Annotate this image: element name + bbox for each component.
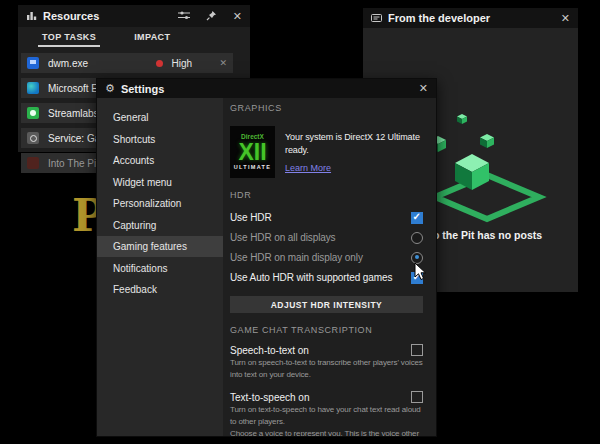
settings-title: Settings (121, 83, 164, 95)
hdr-section-label: HDR (230, 190, 423, 200)
settings-titlebar: ⚙ Settings ✕ (97, 79, 436, 98)
learn-more-link[interactable]: Learn More (285, 163, 331, 173)
hdr-all-displays-label: Use HDR on all displays (230, 232, 336, 243)
sidebar-item-widget-menu[interactable]: Widget menu (97, 172, 223, 193)
hdr-main-display-row: Use HDR on main display only (230, 248, 423, 267)
speech-to-text-description: Turn on speech-to-text to transcribe oth… (230, 357, 423, 369)
settings-content: GRAPHICS DirectX XII ULTIMATE Your syste… (223, 98, 436, 436)
resources-options-icon[interactable] (178, 10, 190, 22)
process-name: dwm.exe (48, 58, 156, 69)
sidebar-item-accounts[interactable]: Accounts (97, 150, 223, 171)
sidebar-item-capturing[interactable]: Capturing (97, 215, 223, 236)
developer-title: From the developer (388, 12, 490, 24)
check-icon: ✓ (413, 211, 421, 222)
use-hdr-checkbox[interactable]: ✓ (411, 212, 423, 224)
streamlabs-app-icon (27, 107, 39, 119)
adjust-hdr-intensity-button[interactable]: ADJUST HDR INTENSITY (230, 296, 423, 313)
sidebar-item-notifications[interactable]: Notifications (97, 258, 223, 279)
into-the-pit-app-icon (27, 157, 39, 169)
hdr-main-display-label: Use HDR on main display only (230, 252, 363, 263)
directx-ready-text-2: ready. (285, 144, 420, 157)
speech-to-text-label: Speech-to-text on (230, 345, 309, 356)
resources-titlebar: Resources ✕ (18, 5, 250, 27)
sidebar-item-gaming-features[interactable]: Gaming features (97, 236, 223, 257)
sidebar-item-personalization[interactable]: Personalization (97, 193, 223, 214)
resources-close-icon[interactable]: ✕ (233, 11, 242, 22)
auto-hdr-row: Use Auto HDR with supported games ✓ (230, 268, 423, 287)
close-process-icon[interactable]: ✕ (219, 58, 227, 68)
resources-title: Resources (43, 10, 99, 22)
graphics-section-label: GRAPHICS (230, 103, 423, 113)
impact-label: High (171, 58, 219, 69)
text-to-speech-row: Text-to-speech on (230, 390, 423, 404)
table-row[interactable]: dwm.exe High ✕ (21, 53, 233, 73)
no-posts-message: o the Pit has no posts (433, 229, 593, 241)
settings-panel: ⚙ Settings ✕ General Shortcuts Accounts … (96, 78, 437, 437)
sidebar-item-shortcuts[interactable]: Shortcuts (97, 129, 223, 150)
hdr-all-displays-row: Use HDR on all displays (230, 228, 423, 247)
settings-sidebar: General Shortcuts Accounts Widget menu P… (97, 98, 223, 436)
settings-close-icon[interactable]: ✕ (419, 83, 428, 94)
text-to-speech-description-2: to other players. (230, 416, 423, 428)
speech-to-text-row: Speech-to-text on (230, 343, 423, 357)
resources-icon (26, 7, 37, 25)
dwm-app-icon (27, 57, 39, 69)
mouse-cursor (414, 262, 428, 281)
gear-icon: ⚙ (105, 83, 115, 94)
edge-app-icon (27, 82, 39, 94)
use-hdr-row: Use HDR ✓ (230, 208, 423, 227)
resources-tabs: TOP TASKS IMPACT (18, 27, 250, 51)
developer-close-icon[interactable]: ✕ (561, 13, 570, 24)
directx-badge: DirectX XII ULTIMATE (230, 126, 275, 178)
text-to-speech-checkbox[interactable] (411, 391, 423, 403)
pin-icon[interactable] (206, 10, 217, 23)
directx-ready-text: Your system is DirectX 12 Ultimate (285, 131, 420, 144)
text-to-speech-description: Turn on text-to-speech to have your chat… (230, 404, 423, 416)
auto-hdr-label: Use Auto HDR with supported games (230, 272, 392, 283)
directx-badge-ultimate: ULTIMATE (230, 165, 275, 171)
transcription-section-label: GAME CHAT TRANSCRIPTION (230, 325, 423, 335)
directx-badge-xii: XII (230, 141, 275, 164)
impact-dot-high (156, 60, 163, 67)
text-to-speech-description-3: Choose a voice to represent you. This is… (230, 428, 423, 436)
text-to-speech-label: Text-to-speech on (230, 392, 310, 403)
tab-impact[interactable]: IMPACT (130, 30, 174, 47)
developer-icon (371, 9, 382, 27)
speech-to-text-checkbox[interactable] (411, 344, 423, 356)
service-app-icon (27, 132, 39, 144)
use-hdr-label: Use HDR (230, 212, 272, 223)
hdr-all-displays-radio[interactable] (411, 232, 423, 244)
speech-to-text-description-2: into text on your device. (230, 369, 423, 381)
sidebar-item-general[interactable]: General (97, 107, 223, 128)
developer-titlebar: From the developer ✕ (363, 8, 578, 28)
sidebar-item-feedback[interactable]: Feedback (97, 279, 223, 300)
tab-top-tasks[interactable]: TOP TASKS (38, 30, 100, 47)
